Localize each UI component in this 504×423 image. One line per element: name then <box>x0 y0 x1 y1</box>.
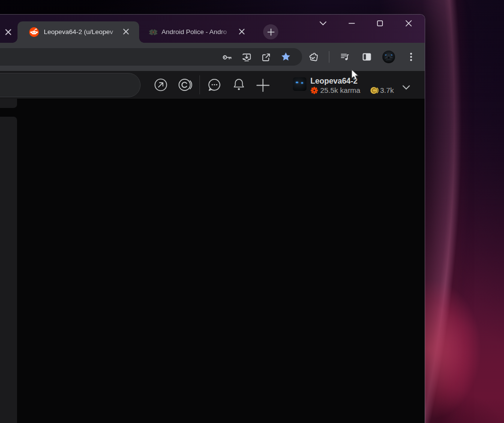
browser-menu-icon[interactable] <box>407 52 416 62</box>
karma-icon <box>310 87 318 94</box>
maximize-icon <box>377 20 383 26</box>
close-icon <box>122 28 130 35</box>
close-icon <box>238 28 246 35</box>
minimize-button[interactable] <box>345 18 358 29</box>
window-close-button[interactable] <box>402 18 415 29</box>
profile-avatar[interactable] <box>382 51 395 63</box>
left-panel <box>0 117 17 423</box>
reddit-search-input[interactable] <box>0 73 141 97</box>
install-icon[interactable] <box>241 52 251 62</box>
coin-icon <box>370 87 378 94</box>
plus-icon <box>267 28 275 36</box>
media-controls-icon[interactable] <box>340 52 350 62</box>
toolbar-separator <box>329 51 329 63</box>
reddit-header-separator <box>199 75 200 94</box>
tab-title: Android Police - Andro <box>162 21 234 43</box>
address-bar[interactable] <box>0 48 302 66</box>
chat-icon[interactable] <box>208 78 221 94</box>
minimize-icon <box>349 23 355 24</box>
new-tab-button[interactable] <box>263 24 278 39</box>
coins-icon[interactable] <box>179 78 193 93</box>
partial-tab-close-button[interactable] <box>4 28 12 36</box>
tab-strip: Leopeva64-2 (u/Leopev Android Police - <box>0 15 425 43</box>
reddit-favicon <box>29 27 39 37</box>
user-avatar <box>293 77 306 91</box>
tab-title: Leopeva64-2 (u/Leopev <box>44 21 123 43</box>
create-post-icon[interactable] <box>255 78 270 95</box>
mouse-cursor <box>351 69 360 84</box>
tab-close-button[interactable] <box>122 28 130 35</box>
left-panel-top <box>0 99 17 108</box>
password-key-icon[interactable] <box>222 52 232 62</box>
reddit-page: Leopeva64-2 <box>0 71 425 423</box>
close-icon <box>4 28 12 36</box>
screen: Leopeva64-2 (u/Leopev Android Police - <box>0 0 504 423</box>
karma-count: 25.5k karma <box>320 86 360 95</box>
tab-reddit[interactable]: Leopeva64-2 (u/Leopev <box>18 21 139 43</box>
android-police-favicon <box>148 27 158 37</box>
user-stats: 25.5k karma 3.7k <box>310 86 394 95</box>
user-menu-chevron-icon <box>402 83 410 92</box>
maximize-button[interactable] <box>374 18 386 29</box>
share-icon[interactable] <box>261 52 270 62</box>
browser-toolbar <box>0 43 425 71</box>
notifications-bell-icon[interactable] <box>233 78 245 94</box>
user-name: Leopeva64-2 <box>310 77 358 86</box>
side-panel-icon[interactable] <box>362 52 372 62</box>
browser-window: Leopeva64-2 (u/Leopev Android Police - <box>0 15 425 423</box>
extensions-icon[interactable] <box>308 52 318 61</box>
reddit-header: Leopeva64-2 <box>0 71 425 99</box>
tab-close-button[interactable] <box>238 28 246 35</box>
chevron-down-icon <box>320 21 326 25</box>
coin-count: 3.7k <box>380 86 394 95</box>
tab-search-button[interactable] <box>317 18 329 29</box>
bookmark-star-icon[interactable] <box>281 52 290 61</box>
close-icon <box>406 20 412 27</box>
tab-android-police[interactable]: Android Police - Andro <box>142 21 250 43</box>
explore-icon[interactable] <box>154 78 167 93</box>
